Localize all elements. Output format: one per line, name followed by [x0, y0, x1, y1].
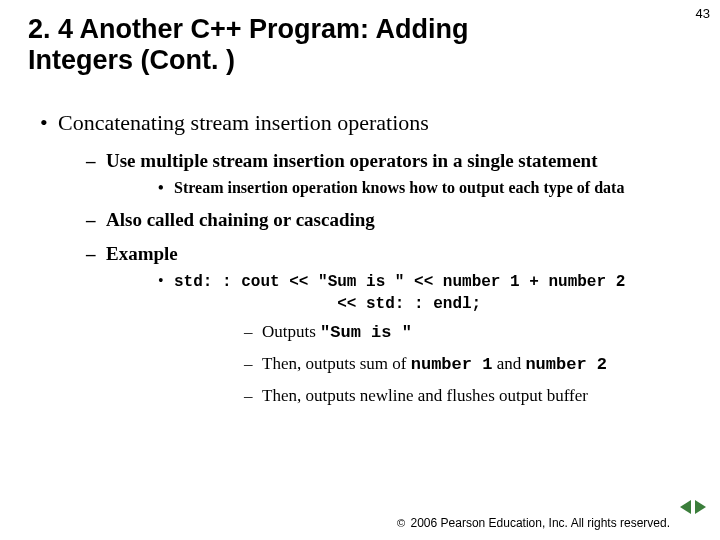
bullet-l4-outputs-sumis: Outputs "Sum is " [178, 321, 696, 345]
text-m1: number 1 [411, 355, 493, 374]
bullet-l2-example: Example std: : cout << "Sum is " << numb… [62, 241, 696, 409]
text-pre: Outputs [262, 322, 320, 341]
text: Stream insertion operation knows how to … [174, 179, 624, 196]
bullet-l1-text: Concatenating stream insertion operation… [58, 110, 429, 135]
copyright-icon: © [397, 517, 405, 529]
text-mid: and [492, 354, 525, 373]
bullet-l2-use-multiple: Use multiple stream insertion operators … [62, 148, 696, 199]
next-slide-icon[interactable] [695, 500, 706, 514]
nav-arrows [680, 500, 706, 514]
prev-slide-icon[interactable] [680, 500, 691, 514]
text: Then, outputs newline and flushes output… [262, 386, 588, 405]
text-m2: number 2 [525, 355, 607, 374]
bullet-l1: Concatenating stream insertion operation… [36, 108, 696, 408]
copyright-text: 2006 Pearson Education, Inc. All rights … [411, 516, 670, 530]
code-line-2: << std: : endl; [174, 294, 696, 316]
slide-title: 2. 4 Another C++ Program: Adding Integer… [28, 14, 558, 76]
copyright-footer: © 2006 Pearson Education, Inc. All right… [397, 516, 670, 530]
code-example: std: : cout << "Sum is " << number 1 + n… [110, 270, 696, 408]
text-pre: Then, outputs sum of [262, 354, 411, 373]
text: Also called chaining or cascading [106, 209, 375, 230]
bullet-l4-outputs-sum: Then, outputs sum of number 1 and number… [178, 353, 696, 377]
slide-content: Concatenating stream insertion operation… [36, 108, 696, 416]
text: Example [106, 243, 178, 264]
code-line-1: std: : cout << "Sum is " << number 1 + n… [174, 273, 625, 291]
bullet-l3-stream-knows: Stream insertion operation knows how to … [110, 177, 696, 199]
text: Use multiple stream insertion operators … [106, 150, 597, 171]
bullet-l4-newline-flush: Then, outputs newline and flushes output… [178, 385, 696, 408]
bullet-l2-chaining: Also called chaining or cascading [62, 207, 696, 233]
slide: 43 2. 4 Another C++ Program: Adding Inte… [0, 0, 720, 540]
page-number: 43 [696, 6, 710, 21]
text-mono: "Sum is " [320, 323, 412, 342]
